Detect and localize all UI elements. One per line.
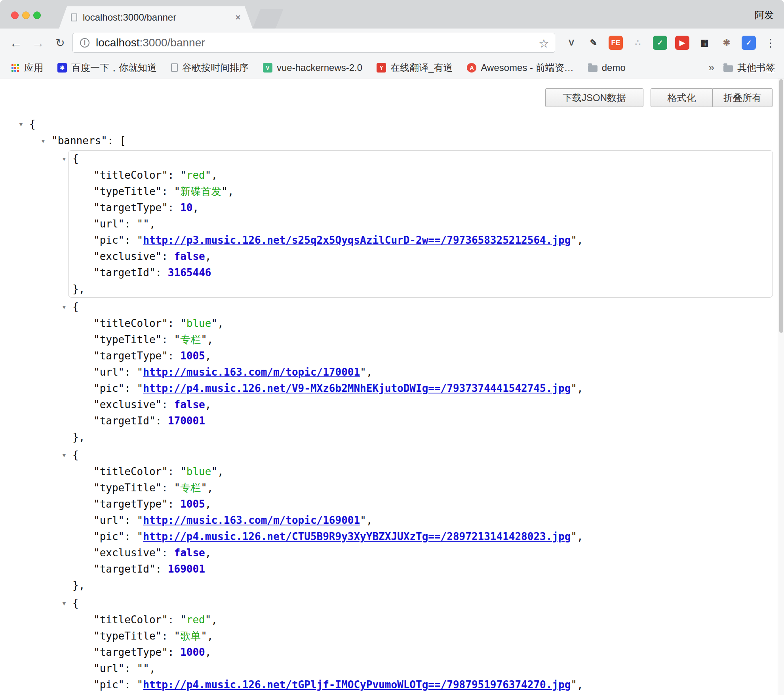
json-object-close: }, (69, 281, 773, 297)
json-property: "targetId": 3165446 (69, 265, 773, 281)
json-property-key: "url" (93, 514, 124, 526)
json-property: "typeTitle": "专栏", (69, 332, 773, 348)
json-number-value: 1005 (180, 498, 205, 510)
json-property-key: "targetId" (93, 415, 156, 427)
apps-grid-icon (10, 63, 20, 73)
json-string-value: 新碟首发 (180, 185, 221, 197)
tab-title: localhost:3000/banner (83, 12, 230, 23)
json-property-key: "targetId" (93, 563, 156, 575)
browser-tab[interactable]: localhost:3000/banner × (59, 6, 253, 29)
json-url-link[interactable]: http://p3.music.126.net/s25q2x5QyqsAzilC… (143, 234, 571, 246)
json-url-link[interactable]: http://music.163.com/m/topic/169001 (143, 514, 360, 526)
json-property: "targetType": 10, (69, 200, 773, 216)
format-button[interactable]: 格式化 (651, 88, 713, 107)
bookmark-item[interactable]: 谷歌按时间排序 (171, 61, 249, 74)
tab-strip: localhost:3000/banner × 阿发 (0, 0, 784, 29)
json-property: "typeTitle": "专栏", (69, 480, 773, 496)
page-content: 下载JSON数据 格式化 折叠所有 ▼{▼"banners": [▼{"titl… (0, 78, 784, 695)
json-number-value: 169001 (168, 563, 205, 575)
shield-icon[interactable]: ✓ (653, 36, 667, 50)
bookmark-item[interactable]: 应用 (10, 61, 43, 74)
json-object-open: ▼{ (69, 151, 773, 167)
url-path: :3000/banner (140, 36, 205, 49)
new-tab-button[interactable] (253, 9, 284, 29)
json-property: "exclusive": false, (69, 545, 773, 561)
json-property-key: "targetType" (93, 350, 168, 362)
json-property-key: "url" (93, 218, 124, 230)
json-object-open: ▼{ (69, 299, 773, 315)
json-property: "exclusive": false, (69, 397, 773, 413)
json-object-open: ▼{ (69, 595, 773, 612)
zoom-window-button[interactable] (33, 11, 41, 19)
json-property-key: "exclusive" (93, 547, 162, 559)
contacts-icon[interactable]: ∴ (631, 36, 645, 50)
clip-icon[interactable]: ✓ (742, 36, 756, 50)
fe-icon[interactable]: FE (609, 36, 623, 50)
doc-icon (171, 63, 178, 72)
scrollbar-thumb[interactable] (779, 79, 783, 333)
json-url-link[interactable]: http://p4.music.126.net/V9-MXz6b2MNhEKju… (143, 382, 571, 394)
address-bar[interactable]: i localhost:3000/banner ☆ (72, 33, 555, 53)
json-number-value: 1005 (180, 350, 205, 362)
bookmark-item[interactable]: demo (588, 62, 626, 73)
json-property: "targetType": 1005, (69, 496, 773, 512)
json-url-link[interactable]: http://p4.music.126.net/tGPljf-IMOCyPvum… (143, 679, 571, 691)
vimium-icon[interactable]: V (564, 36, 578, 50)
minimize-window-button[interactable] (22, 11, 30, 19)
page-info-icon[interactable]: i (80, 38, 89, 48)
json-property: "titleColor": "red", (69, 167, 773, 183)
bookmarks-list: 应用✱百度一下，你就知道谷歌按时间排序Vvue-hackernews-2.0Y在… (10, 61, 626, 74)
collapse-triangle-icon[interactable]: ▼ (60, 151, 69, 167)
json-banner-object: ▼{"titleColor": "blue","typeTitle": "专栏"… (68, 298, 773, 446)
json-property: "exclusive": false, (69, 248, 773, 265)
page-icon (71, 13, 77, 21)
collapse-triangle-icon[interactable]: ▼ (60, 447, 69, 464)
paw-icon[interactable]: ✱ (719, 36, 734, 50)
browser-menu-icon[interactable]: ⋮ (763, 36, 778, 50)
window-controls (11, 11, 41, 19)
bookmark-label: Awesomes - 前端资… (481, 61, 573, 74)
json-banner-object: ▼{"titleColor": "blue","typeTitle": "专栏"… (68, 447, 773, 594)
close-window-button[interactable] (11, 11, 19, 19)
back-icon[interactable]: ← (7, 34, 25, 52)
json-property: "pic": "http://p3.music.126.net/s25q2x5Q… (69, 232, 773, 248)
other-bookmarks-label: 其他书签 (737, 61, 775, 74)
json-property-key: "exclusive" (93, 250, 162, 262)
json-property-key: "pic" (93, 234, 124, 246)
bookmark-label: 在线翻译_有道 (390, 61, 453, 74)
json-property-key: "typeTitle" (93, 482, 162, 494)
json-property: "url": "", (69, 216, 773, 232)
bookmark-item[interactable]: Vvue-hackernews-2.0 (263, 62, 362, 73)
media-icon[interactable]: ▶ (675, 36, 689, 50)
json-url-link[interactable]: http://p4.music.126.net/CTU5B9R9y3XyYBZX… (143, 531, 571, 542)
json-property: "targetType": 1000, (69, 644, 773, 661)
json-url-link[interactable]: http://music.163.com/m/topic/170001 (143, 366, 360, 378)
collapse-triangle-icon[interactable]: ▼ (60, 299, 69, 315)
bookmark-item[interactable]: AAwesomes - 前端资… (467, 61, 573, 74)
translate-icon[interactable]: ✎ (586, 36, 601, 50)
qrcode-icon[interactable]: ▦ (697, 36, 712, 50)
json-property-key: "typeTitle" (93, 334, 162, 346)
reload-icon[interactable]: ↻ (51, 34, 69, 52)
scrollbar (778, 78, 784, 695)
json-property: "targetType": 1005, (69, 348, 773, 364)
json-property-key: "typeTitle" (93, 630, 162, 642)
folder-icon (588, 65, 598, 72)
collapse-triangle-icon[interactable]: ▼ (60, 596, 69, 612)
tab-close-icon[interactable]: × (235, 12, 241, 23)
collapse-triangle-icon[interactable]: ▼ (17, 116, 25, 133)
collapse-triangle-icon[interactable]: ▼ (39, 133, 48, 149)
bookmarks-overflow-icon[interactable]: » (709, 61, 714, 74)
forward-icon[interactable]: → (29, 34, 47, 52)
download-json-button[interactable]: 下载JSON数据 (545, 88, 643, 107)
bookmark-label: 百度一下，你就知道 (71, 61, 157, 74)
json-banners-key: ▼"banners": [ (29, 133, 773, 149)
bookmarks-bar: 应用✱百度一下，你就知道谷歌按时间排序Vvue-hackernews-2.0Y在… (0, 57, 784, 78)
bookmark-item[interactable]: Y在线翻译_有道 (377, 61, 453, 74)
other-bookmarks[interactable]: 其他书签 (723, 61, 775, 74)
collapse-all-button[interactable]: 折叠所有 (713, 88, 773, 107)
bookmark-item[interactable]: ✱百度一下，你就知道 (57, 61, 157, 74)
json-banner-object: ▼{"titleColor": "red","typeTitle": "歌单",… (68, 595, 773, 695)
bookmark-star-icon[interactable]: ☆ (539, 36, 549, 50)
json-boolean-value: false (174, 399, 205, 411)
